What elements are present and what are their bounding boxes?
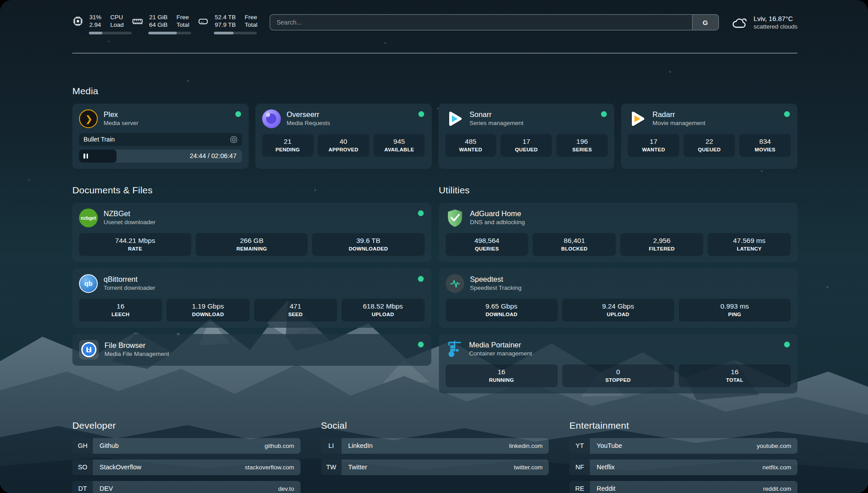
search-provider-button[interactable]: G	[692, 15, 718, 30]
bookmark-name: Reddit	[590, 485, 615, 492]
stat-queued: 22QUEUED	[684, 134, 735, 157]
service-card-portainer[interactable]: Media Portainer Container management 16R…	[439, 334, 798, 393]
overseerr-logo-icon	[262, 109, 281, 128]
bookmark-linkedin[interactable]: LI LinkedIn linkedin.com	[321, 438, 549, 454]
stat-latency: 47.569 msLATENCY	[708, 233, 791, 256]
bookmark-url: youtube.com	[757, 443, 797, 449]
stat-total: 16TOTAL	[679, 364, 791, 387]
stat-seed: 471SEED	[254, 299, 337, 322]
status-indicator	[418, 210, 424, 216]
memory-total: 64 GiB	[149, 21, 167, 29]
service-subtitle: Container management	[469, 350, 532, 358]
media-session-icon	[230, 136, 238, 143]
stat-wanted: 17WANTED	[628, 134, 679, 157]
cpu-widget: 31% 2.94 CPU Load	[72, 13, 124, 34]
bookmark-abbr: NF	[569, 460, 590, 475]
stat-available: 945AVAILABLE	[374, 134, 425, 157]
service-card-radarr[interactable]: Radarr Movie management 17WANTED 22QUEUE…	[621, 104, 797, 169]
section-title-developer: Developer	[72, 420, 300, 431]
bookmark-dev[interactable]: DT DEV dev.to	[72, 481, 300, 493]
bookmark-reddit[interactable]: RE Reddit reddit.com	[569, 481, 797, 493]
service-card-qbittorrent[interactable]: qb qBittorrent Torrent downloader 16LEEC…	[72, 268, 431, 328]
bookmark-name: Twitter	[342, 464, 367, 471]
service-title: File Browser	[104, 341, 169, 350]
memory-free-label: Free	[176, 13, 189, 21]
weather-condition: scattered clouds	[754, 23, 797, 31]
cpu-load-label: Load	[110, 21, 124, 29]
qbittorrent-logo-icon: qb	[79, 274, 98, 293]
service-card-sonarr[interactable]: Sonarr Series management 485WANTED 17QUE…	[438, 104, 615, 169]
stat-queued: 17QUEUED	[501, 134, 552, 157]
stat-downloaded: 39.6 TBDOWNLOADED	[312, 233, 424, 256]
stat-leech: 16LEECH	[79, 299, 162, 322]
weather-location-temp: Lviv, 16.87°C	[754, 15, 797, 23]
stat-upload: 618.52 MbpsUPLOAD	[342, 299, 425, 322]
memory-total-label: Total	[176, 21, 189, 29]
bookmark-url: stackoverflow.com	[245, 464, 300, 471]
service-card-filebrowser[interactable]: File Browser Media File Management	[72, 334, 431, 366]
stat-movies: 834MOVIES	[739, 134, 791, 157]
bookmark-abbr: LI	[321, 438, 342, 454]
cpu-usage: 31%	[89, 13, 101, 21]
cloud-icon	[731, 16, 748, 30]
stat-rate: 744.21 MbpsRATE	[79, 233, 191, 256]
service-title: qBittorrent	[104, 275, 155, 284]
service-card-speedtest[interactable]: Speedtest Speedtest Tracking 9.65 GbpsDO…	[439, 268, 798, 328]
service-title: Radarr	[652, 110, 705, 119]
service-subtitle: Media Requests	[287, 119, 330, 127]
bookmark-name: LinkedIn	[342, 442, 373, 449]
stat-blocked: 86,401BLOCKED	[533, 233, 616, 256]
bookmark-youtube[interactable]: YT YouTube youtube.com	[569, 438, 797, 454]
adguard-logo-icon	[446, 209, 464, 227]
status-indicator	[784, 342, 790, 347]
bookmark-github[interactable]: GH Github github.com	[72, 438, 300, 454]
service-card-adguard[interactable]: AdGuard Home DNS and adblocking 498,564Q…	[439, 203, 798, 262]
service-subtitle: Torrent downloader	[104, 284, 155, 292]
bookmark-stackoverflow[interactable]: SO StackOverflow stackoverflow.com	[72, 460, 300, 475]
now-playing-title: Bullet Train	[83, 136, 115, 143]
bookmark-url: github.com	[265, 443, 300, 449]
bookmark-abbr: SO	[72, 460, 93, 475]
service-title: AdGuard Home	[470, 209, 525, 218]
service-subtitle: Media File Management	[104, 350, 169, 358]
search-input[interactable]	[270, 15, 692, 30]
section-documents: Documents & Files nzbget NZBGet Usenet d…	[72, 185, 431, 366]
bookmark-abbr: DT	[72, 481, 93, 493]
service-card-nzbget[interactable]: nzbget NZBGet Usenet downloader 744.21 M…	[72, 203, 431, 262]
disk-free-label: Free	[245, 13, 258, 21]
search-bar[interactable]: G	[270, 14, 718, 30]
disk-widget: 52.4 TB 97.9 TB Free Total	[197, 13, 258, 34]
bookmark-abbr: RE	[569, 481, 590, 493]
memory-bar	[148, 32, 191, 34]
cpu-loadavg: 2.94	[89, 21, 101, 29]
service-subtitle: Speedtest Tracking	[470, 284, 522, 292]
bookmark-netflix[interactable]: NF Netflix netflix.com	[569, 460, 797, 475]
bookmark-name: StackOverflow	[93, 464, 141, 471]
cpu-label: CPU	[110, 13, 124, 21]
section-title-documents: Documents & Files	[72, 185, 431, 196]
stat-download: 9.65 GbpsDOWNLOAD	[446, 299, 558, 322]
stat-running: 16RUNNING	[446, 364, 558, 387]
stat-download: 1.19 GbpsDOWNLOAD	[167, 299, 250, 322]
stat-remaining: 266 GBREMAINING	[196, 233, 308, 256]
bookmark-abbr: TW	[321, 460, 342, 475]
bookmark-abbr: YT	[569, 438, 590, 454]
bookmark-url: reddit.com	[763, 485, 797, 492]
service-card-plex[interactable]: ❯ Plex Media server Bullet Train	[72, 104, 249, 169]
plex-logo-icon: ❯	[79, 109, 98, 128]
disk-free: 52.4 TB	[215, 13, 236, 21]
stat-series: 196SERIES	[556, 134, 608, 157]
filebrowser-logo-icon	[79, 340, 99, 359]
cpu-bar	[89, 32, 132, 34]
disk-bar	[214, 32, 257, 34]
stat-queries: 498,564QUERIES	[446, 233, 529, 256]
section-media: Media ❯ Plex Media server Bullet Train	[72, 86, 797, 169]
stat-stopped: 0STOPPED	[562, 364, 674, 387]
service-title: Speedtest	[470, 275, 522, 284]
service-card-overseerr[interactable]: Overseerr Media Requests 21PENDING 40APP…	[255, 104, 432, 169]
bookmark-twitter[interactable]: TW Twitter twitter.com	[321, 460, 549, 475]
bookmark-abbr: GH	[72, 438, 93, 454]
playback-progress: 24:44 / 02:06:47	[79, 150, 242, 163]
pause-icon	[83, 154, 88, 159]
stat-pending: 21PENDING	[262, 134, 313, 157]
